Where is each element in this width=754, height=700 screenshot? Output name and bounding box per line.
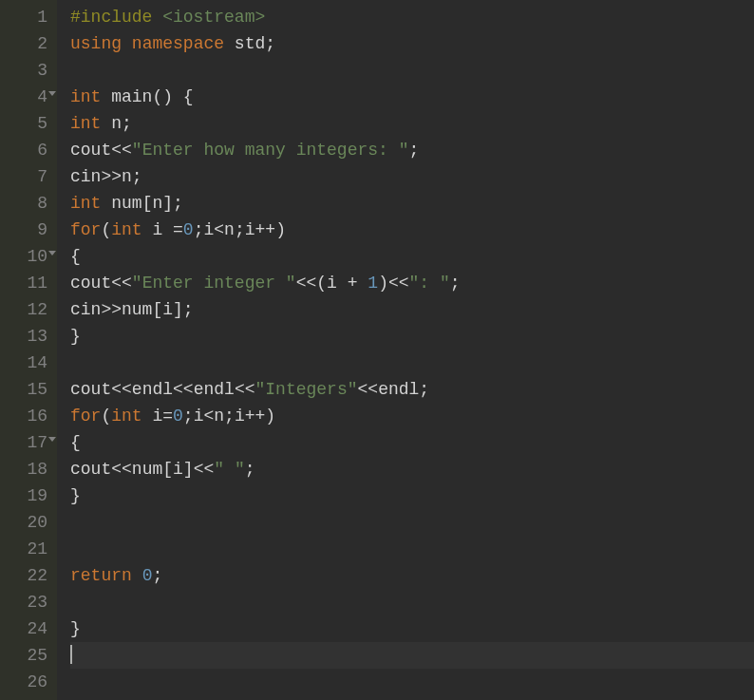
code-line[interactable]: int main() { xyxy=(70,84,754,110)
line-number: 24 xyxy=(13,615,47,642)
token-punct: ; xyxy=(419,380,429,399)
code-line[interactable] xyxy=(70,57,754,84)
line-number: 11 xyxy=(13,270,47,296)
code-line[interactable]: cin>>n; xyxy=(70,163,754,190)
token-punct: ) xyxy=(265,407,275,426)
token-id: endl xyxy=(378,380,419,399)
token-punct: { xyxy=(70,433,81,452)
code-line[interactable] xyxy=(70,536,754,562)
code-line[interactable] xyxy=(70,642,754,669)
token-id xyxy=(358,274,368,293)
code-line[interactable]: return 0; xyxy=(70,562,754,589)
code-line[interactable]: for(int i =0;i<n;i++) xyxy=(70,217,754,243)
token-punct: ; xyxy=(183,407,194,426)
token-op: << xyxy=(173,380,194,399)
token-op: << xyxy=(111,460,132,479)
token-op: ++ xyxy=(255,220,276,239)
code-editor[interactable]: 1234567891011121314151617181920212223242… xyxy=(0,0,754,700)
token-id xyxy=(132,566,142,585)
token-punct: [ xyxy=(142,194,153,213)
token-punct: ; xyxy=(408,141,419,160)
code-line[interactable]: cout<<"Enter integer "<<(i + 1)<<": "; xyxy=(70,270,754,296)
code-line[interactable]: } xyxy=(70,323,754,350)
line-number: 8 xyxy=(13,190,47,217)
token-str: "Integers" xyxy=(254,380,357,399)
token-include-path: <iostream> xyxy=(162,8,265,27)
token-str: "Enter how many integers: " xyxy=(132,141,409,160)
line-number: 7 xyxy=(13,163,47,190)
token-op: << xyxy=(296,274,317,293)
token-id: n xyxy=(101,114,122,133)
token-punct: [ xyxy=(162,460,173,479)
token-macro: #include xyxy=(70,8,162,27)
token-op: << xyxy=(194,460,215,479)
token-op: >> xyxy=(101,167,122,186)
line-number: 20 xyxy=(13,509,47,536)
token-type: int xyxy=(70,87,101,106)
token-str: " " xyxy=(214,460,244,479)
text-cursor xyxy=(70,645,72,664)
line-number: 25 xyxy=(13,642,47,669)
token-id: cin xyxy=(70,167,101,186)
token-punct: ] xyxy=(173,300,183,319)
token-id xyxy=(122,34,132,53)
code-line[interactable]: int num[n]; xyxy=(70,190,754,217)
code-line[interactable]: { xyxy=(70,429,754,456)
code-line[interactable] xyxy=(70,350,754,376)
code-line[interactable]: cout<<endl<<endl<<"Integers"<<endl; xyxy=(70,376,754,403)
code-line[interactable]: cout<<"Enter how many integers: "; xyxy=(70,137,754,163)
token-id: i xyxy=(142,407,163,426)
code-line[interactable] xyxy=(70,589,754,615)
code-line[interactable]: { xyxy=(70,243,754,270)
code-line[interactable] xyxy=(70,669,754,695)
line-number: 4 xyxy=(13,84,47,110)
token-id: num xyxy=(132,460,162,479)
code-line[interactable]: } xyxy=(70,615,754,642)
token-punct: ) xyxy=(275,220,286,239)
token-kw: using xyxy=(70,34,122,53)
code-line[interactable]: int n; xyxy=(70,110,754,137)
token-id: n xyxy=(122,167,132,186)
token-punct: ; xyxy=(173,194,183,213)
token-punct: ] xyxy=(162,194,173,213)
token-punct: ; xyxy=(265,34,275,53)
fold-icon[interactable] xyxy=(48,437,56,442)
token-punct: ; xyxy=(122,114,132,133)
token-id: cout xyxy=(70,274,111,293)
line-number: 26 xyxy=(13,669,47,695)
token-num: 1 xyxy=(368,274,378,293)
token-punct: [ xyxy=(152,300,162,319)
code-line[interactable] xyxy=(70,509,754,536)
code-line[interactable]: #include <iostream> xyxy=(70,4,754,30)
token-op: << xyxy=(111,274,132,293)
line-number: 5 xyxy=(13,110,47,137)
fold-icon[interactable] xyxy=(48,91,56,96)
token-op: << xyxy=(358,380,379,399)
token-punct: ( xyxy=(316,274,327,293)
code-line[interactable]: } xyxy=(70,482,754,509)
token-id: i xyxy=(142,220,173,239)
line-number: 9 xyxy=(13,217,47,243)
line-number: 3 xyxy=(13,57,47,84)
line-number: 6 xyxy=(13,137,47,163)
token-punct: ; xyxy=(450,274,461,293)
code-line[interactable]: cout<<num[i]<<" "; xyxy=(70,456,754,482)
code-area[interactable]: #include <iostream>using namespace std;i… xyxy=(57,0,754,700)
token-kw: for xyxy=(70,407,101,426)
token-kw: namespace xyxy=(132,34,224,53)
code-line[interactable]: for(int i=0;i<n;i++) xyxy=(70,403,754,429)
token-op: ++ xyxy=(245,407,266,426)
token-op: < xyxy=(203,407,214,426)
fold-icon[interactable] xyxy=(48,251,56,255)
line-number: 1 xyxy=(13,4,47,30)
line-number: 23 xyxy=(13,589,47,615)
line-number: 16 xyxy=(13,403,47,429)
line-number: 2 xyxy=(13,30,47,57)
token-punct: ; xyxy=(132,167,142,186)
token-punct: ; xyxy=(235,220,245,239)
token-op: << xyxy=(388,274,409,293)
code-line[interactable]: using namespace std; xyxy=(70,30,754,57)
token-id: cout xyxy=(70,380,111,399)
code-line[interactable]: cin>>num[i]; xyxy=(70,296,754,323)
token-op: = xyxy=(162,407,173,426)
